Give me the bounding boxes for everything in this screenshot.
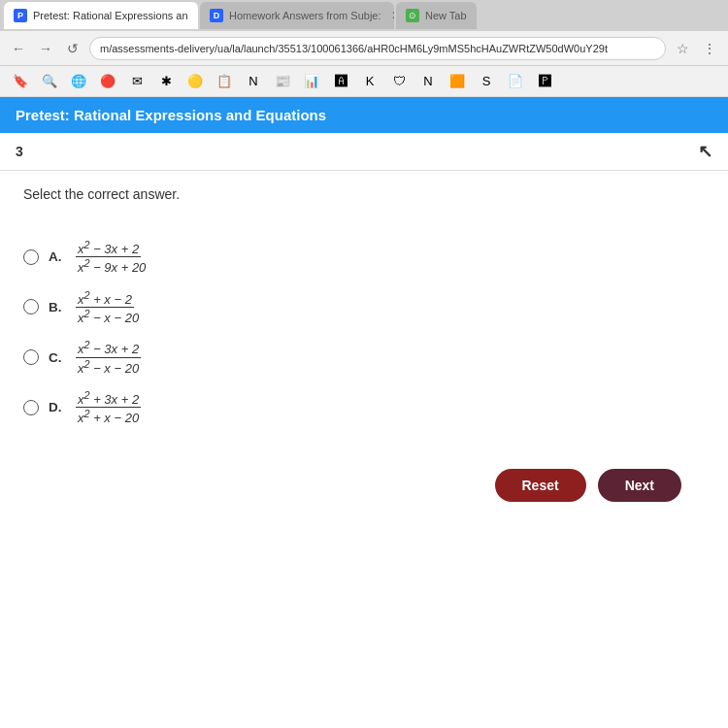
tab-pretest[interactable]: P Pretest: Rational Expressions an ✕ xyxy=(4,2,198,29)
bookmark-item-10[interactable]: 📰 xyxy=(270,71,295,92)
question-body: Select the correct answer. (x − 1)2 x2 −… xyxy=(0,171,728,533)
bookmark-item-15[interactable]: N xyxy=(415,71,441,92)
page-header: Pretest: Rational Expressions and Equati… xyxy=(0,97,728,133)
reset-button[interactable]: Reset xyxy=(495,469,586,502)
question-number: 3 xyxy=(16,144,23,159)
option-b-radio[interactable] xyxy=(23,299,39,314)
tab-newtab[interactable]: ⊙ New Tab xyxy=(396,2,477,29)
address-input[interactable]: m/assessments-delivery/ua/la/launch/3551… xyxy=(89,37,666,60)
tab-pretest-label: Pretest: Rational Expressions an xyxy=(33,10,188,21)
option-d-denominator: x2 + x − 20 xyxy=(76,408,141,425)
bookmark-item-6[interactable]: ✱ xyxy=(153,71,179,92)
option-a-label: A. xyxy=(49,249,68,264)
option-d-radio[interactable] xyxy=(23,400,39,415)
option-d-numerator: x2 + 3x + 2 xyxy=(76,389,141,408)
tab-bar: P Pretest: Rational Expressions an ✕ D H… xyxy=(0,0,728,31)
next-button[interactable]: Next xyxy=(598,469,681,502)
option-b-numerator: x2 + x − 2 xyxy=(76,289,134,308)
bookmark-button[interactable]: ☆ xyxy=(672,38,693,59)
bookmark-item-12[interactable]: 🅰 xyxy=(328,71,353,92)
address-text: m/assessments-delivery/ua/la/launch/3551… xyxy=(100,43,608,54)
bookmark-item-19[interactable]: 🅿 xyxy=(532,71,557,92)
forward-button[interactable]: → xyxy=(35,38,56,59)
option-c-fraction: x2 − 3x + 2 x2 − x − 20 xyxy=(76,339,141,376)
bookmark-item-17[interactable]: S xyxy=(474,71,499,92)
option-c[interactable]: C. x2 − 3x + 2 x2 − x − 20 xyxy=(23,339,705,376)
address-bar: ← → ↺ m/assessments-delivery/ua/la/launc… xyxy=(0,31,728,66)
bookmark-item-14[interactable]: 🛡 xyxy=(386,71,412,92)
bookmark-item-16[interactable]: 🟧 xyxy=(445,71,470,92)
tab-homework-label: Homework Answers from Subje: xyxy=(229,10,381,21)
bookmark-item-9[interactable]: N xyxy=(241,71,266,92)
option-a-numerator: x2 − 3x + 2 xyxy=(76,239,141,257)
option-b-denominator: x2 − x − 20 xyxy=(76,308,141,325)
options-list: A. x2 − 3x + 2 x2 − 9x + 20 B. x2 + x − … xyxy=(23,239,705,426)
cursor-indicator: ↖ xyxy=(698,141,712,162)
option-a-radio[interactable] xyxy=(23,249,39,265)
tab-homework-icon: D xyxy=(210,9,223,22)
bookmark-bar: 🔖 🔍 🌐 🔴 ✉ ✱ 🟡 📋 N 📰 📊 🅰 K 🛡 N 🟧 S 📄 🅿 xyxy=(0,66,728,97)
option-b-label: B. xyxy=(49,300,68,314)
option-d-fraction: x2 + 3x + 2 x2 + x − 20 xyxy=(76,389,141,426)
question-number-row: 3 ↖ xyxy=(0,133,728,171)
option-a-fraction: x2 − 3x + 2 x2 − 9x + 20 xyxy=(76,239,148,276)
bookmark-item-2[interactable]: 🔍 xyxy=(37,71,62,92)
tab-newtab-icon: ⊙ xyxy=(406,9,419,22)
bookmark-item-8[interactable]: 📋 xyxy=(212,71,237,92)
browser-chrome: P Pretest: Rational Expressions an ✕ D H… xyxy=(0,0,728,97)
reload-button[interactable]: ↺ xyxy=(62,38,83,59)
option-c-label: C. xyxy=(49,350,68,365)
bookmark-item-1[interactable]: 🔖 xyxy=(8,71,33,92)
option-c-radio[interactable] xyxy=(23,349,39,365)
bookmark-item-13[interactable]: K xyxy=(357,71,382,92)
back-button[interactable]: ← xyxy=(8,38,29,59)
bookmark-item-11[interactable]: 📊 xyxy=(299,71,324,92)
option-c-denominator: x2 − x − 20 xyxy=(76,358,141,376)
bookmark-item-18[interactable]: 📄 xyxy=(503,71,528,92)
instruction-text: Select the correct answer. xyxy=(23,186,705,202)
menu-button[interactable]: ⋮ xyxy=(699,38,720,59)
option-d[interactable]: D. x2 + 3x + 2 x2 + x − 20 xyxy=(23,389,705,426)
tab-homework-close[interactable]: ✕ xyxy=(391,9,395,22)
bookmark-item-4[interactable]: 🔴 xyxy=(95,71,120,92)
tab-pretest-icon: P xyxy=(14,9,27,22)
main-content: 3 ↖ Select the correct answer. (x − 1)2 … xyxy=(0,133,728,533)
option-b[interactable]: B. x2 + x − 2 x2 − x − 20 xyxy=(23,289,705,326)
option-b-fraction: x2 + x − 2 x2 − x − 20 xyxy=(76,289,141,326)
option-a[interactable]: A. x2 − 3x + 2 x2 − 9x + 20 xyxy=(23,239,705,276)
button-row: Reset Next xyxy=(23,440,705,517)
bookmark-item-3[interactable]: 🌐 xyxy=(66,71,91,92)
bookmark-item-5[interactable]: ✉ xyxy=(124,71,149,92)
option-c-numerator: x2 − 3x + 2 xyxy=(76,339,141,357)
option-d-label: D. xyxy=(49,400,68,414)
page-title: Pretest: Rational Expressions and Equati… xyxy=(16,107,326,123)
option-a-denominator: x2 − 9x + 20 xyxy=(76,257,148,275)
tab-homework[interactable]: D Homework Answers from Subje: ✕ xyxy=(200,2,394,29)
bookmark-item-7[interactable]: 🟡 xyxy=(182,71,208,92)
tab-newtab-label: New Tab xyxy=(425,10,467,21)
